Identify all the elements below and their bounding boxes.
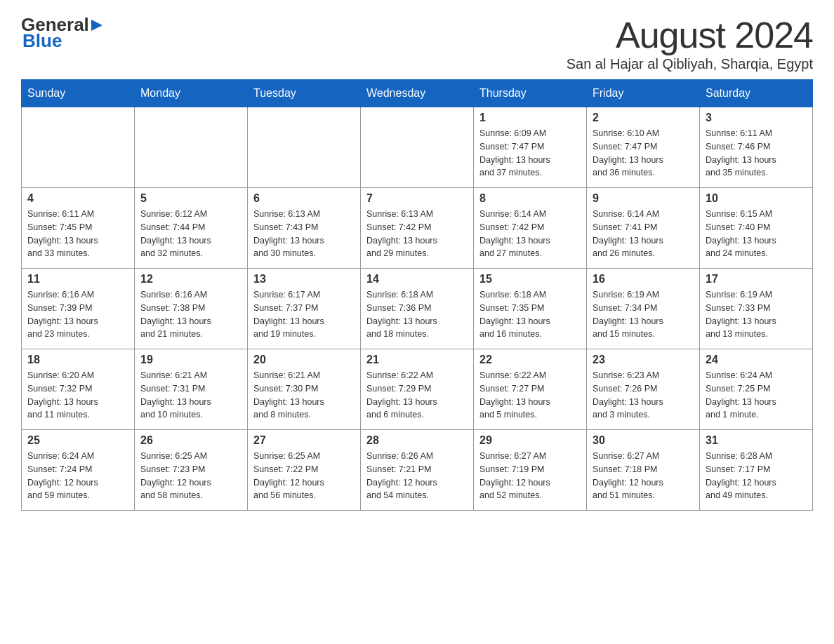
location-title: San al Hajar al Qibliyah, Sharqia, Egypt <box>567 56 813 72</box>
page-header: General Blue August 2024 San al Hajar al… <box>21 14 813 72</box>
calendar-cell: 24Sunrise: 6:24 AM Sunset: 7:25 PM Dayli… <box>700 349 813 430</box>
week-row-2: 4Sunrise: 6:11 AM Sunset: 7:45 PM Daylig… <box>22 188 813 269</box>
weekday-header-friday: Friday <box>587 80 700 107</box>
day-info: Sunrise: 6:14 AM Sunset: 7:42 PM Dayligh… <box>479 208 581 260</box>
day-number: 26 <box>140 434 241 447</box>
day-number: 8 <box>479 192 581 205</box>
day-number: 1 <box>479 112 581 124</box>
calendar-cell: 28Sunrise: 6:26 AM Sunset: 7:21 PM Dayli… <box>361 430 474 511</box>
day-number: 28 <box>366 434 468 447</box>
week-row-4: 18Sunrise: 6:20 AM Sunset: 7:32 PM Dayli… <box>22 349 813 430</box>
day-info: Sunrise: 6:12 AM Sunset: 7:44 PM Dayligh… <box>140 208 241 260</box>
calendar-cell: 12Sunrise: 6:16 AM Sunset: 7:38 PM Dayli… <box>135 269 248 349</box>
day-number: 21 <box>366 354 468 366</box>
calendar-cell: 14Sunrise: 6:18 AM Sunset: 7:36 PM Dayli… <box>361 269 474 349</box>
calendar-cell: 7Sunrise: 6:13 AM Sunset: 7:42 PM Daylig… <box>361 188 474 269</box>
week-row-3: 11Sunrise: 6:16 AM Sunset: 7:39 PM Dayli… <box>22 269 813 349</box>
weekday-header-sunday: Sunday <box>22 80 135 107</box>
day-info: Sunrise: 6:15 AM Sunset: 7:40 PM Dayligh… <box>706 208 807 260</box>
day-number: 18 <box>27 354 128 366</box>
day-number: 17 <box>706 273 807 286</box>
calendar-cell: 4Sunrise: 6:11 AM Sunset: 7:45 PM Daylig… <box>22 188 135 269</box>
calendar-cell: 11Sunrise: 6:16 AM Sunset: 7:39 PM Dayli… <box>22 269 135 349</box>
day-number: 27 <box>253 434 355 447</box>
calendar-cell: 15Sunrise: 6:18 AM Sunset: 7:35 PM Dayli… <box>474 269 587 349</box>
calendar-cell: 18Sunrise: 6:20 AM Sunset: 7:32 PM Dayli… <box>22 349 135 430</box>
calendar-cell: 22Sunrise: 6:22 AM Sunset: 7:27 PM Dayli… <box>474 349 587 430</box>
day-info: Sunrise: 6:13 AM Sunset: 7:43 PM Dayligh… <box>253 208 355 260</box>
weekday-header-row: SundayMondayTuesdayWednesdayThursdayFrid… <box>22 80 813 107</box>
calendar-cell <box>22 107 135 188</box>
logo: General Blue <box>21 14 105 52</box>
calendar-cell: 10Sunrise: 6:15 AM Sunset: 7:40 PM Dayli… <box>700 188 813 269</box>
calendar-cell: 3Sunrise: 6:11 AM Sunset: 7:46 PM Daylig… <box>700 107 813 188</box>
calendar-cell: 6Sunrise: 6:13 AM Sunset: 7:43 PM Daylig… <box>248 188 361 269</box>
calendar-cell <box>135 107 248 188</box>
day-info: Sunrise: 6:11 AM Sunset: 7:45 PM Dayligh… <box>27 208 128 260</box>
calendar-cell: 23Sunrise: 6:23 AM Sunset: 7:26 PM Dayli… <box>587 349 700 430</box>
day-info: Sunrise: 6:24 AM Sunset: 7:25 PM Dayligh… <box>706 369 807 422</box>
day-number: 5 <box>140 192 241 205</box>
svg-marker-0 <box>91 20 102 31</box>
weekday-header-wednesday: Wednesday <box>361 80 474 107</box>
week-row-1: 1Sunrise: 6:09 AM Sunset: 7:47 PM Daylig… <box>22 107 813 188</box>
day-number: 31 <box>706 434 807 447</box>
day-info: Sunrise: 6:18 AM Sunset: 7:35 PM Dayligh… <box>479 288 581 341</box>
day-info: Sunrise: 6:20 AM Sunset: 7:32 PM Dayligh… <box>27 369 128 422</box>
weekday-header-tuesday: Tuesday <box>248 80 361 107</box>
day-info: Sunrise: 6:28 AM Sunset: 7:17 PM Dayligh… <box>706 450 807 502</box>
day-number: 13 <box>253 273 355 286</box>
day-info: Sunrise: 6:19 AM Sunset: 7:34 PM Dayligh… <box>593 288 694 341</box>
calendar-cell: 31Sunrise: 6:28 AM Sunset: 7:17 PM Dayli… <box>700 430 813 511</box>
day-number: 19 <box>140 354 241 366</box>
calendar-cell: 2Sunrise: 6:10 AM Sunset: 7:47 PM Daylig… <box>587 107 700 188</box>
day-number: 23 <box>593 354 694 366</box>
day-number: 30 <box>593 434 694 447</box>
day-number: 14 <box>366 273 468 286</box>
calendar-cell: 29Sunrise: 6:27 AM Sunset: 7:19 PM Dayli… <box>474 430 587 511</box>
calendar-cell: 27Sunrise: 6:25 AM Sunset: 7:22 PM Dayli… <box>248 430 361 511</box>
day-number: 4 <box>27 192 128 205</box>
calendar-cell: 30Sunrise: 6:27 AM Sunset: 7:18 PM Dayli… <box>587 430 700 511</box>
day-info: Sunrise: 6:23 AM Sunset: 7:26 PM Dayligh… <box>593 369 694 422</box>
day-info: Sunrise: 6:19 AM Sunset: 7:33 PM Dayligh… <box>706 288 807 341</box>
calendar-cell: 16Sunrise: 6:19 AM Sunset: 7:34 PM Dayli… <box>587 269 700 349</box>
calendar-cell: 5Sunrise: 6:12 AM Sunset: 7:44 PM Daylig… <box>135 188 248 269</box>
day-info: Sunrise: 6:26 AM Sunset: 7:21 PM Dayligh… <box>366 450 468 502</box>
calendar-cell: 9Sunrise: 6:14 AM Sunset: 7:41 PM Daylig… <box>587 188 700 269</box>
day-number: 15 <box>479 273 581 286</box>
month-title: August 2024 <box>567 14 813 56</box>
calendar-cell: 25Sunrise: 6:24 AM Sunset: 7:24 PM Dayli… <box>22 430 135 511</box>
weekday-header-thursday: Thursday <box>474 80 587 107</box>
day-info: Sunrise: 6:14 AM Sunset: 7:41 PM Dayligh… <box>593 208 694 260</box>
day-info: Sunrise: 6:27 AM Sunset: 7:18 PM Dayligh… <box>593 450 694 502</box>
calendar-table: SundayMondayTuesdayWednesdayThursdayFrid… <box>21 79 813 511</box>
day-info: Sunrise: 6:17 AM Sunset: 7:37 PM Dayligh… <box>253 288 355 341</box>
day-number: 12 <box>140 273 241 286</box>
day-info: Sunrise: 6:18 AM Sunset: 7:36 PM Dayligh… <box>366 288 468 341</box>
weekday-header-saturday: Saturday <box>700 80 813 107</box>
calendar-cell: 26Sunrise: 6:25 AM Sunset: 7:23 PM Dayli… <box>135 430 248 511</box>
weekday-header-monday: Monday <box>135 80 248 107</box>
calendar-cell: 8Sunrise: 6:14 AM Sunset: 7:42 PM Daylig… <box>474 188 587 269</box>
day-number: 9 <box>593 192 694 205</box>
calendar-cell: 13Sunrise: 6:17 AM Sunset: 7:37 PM Dayli… <box>248 269 361 349</box>
day-number: 11 <box>27 273 128 286</box>
day-number: 16 <box>593 273 694 286</box>
week-row-5: 25Sunrise: 6:24 AM Sunset: 7:24 PM Dayli… <box>22 430 813 511</box>
day-number: 3 <box>706 112 807 124</box>
calendar-cell: 17Sunrise: 6:19 AM Sunset: 7:33 PM Dayli… <box>700 269 813 349</box>
day-info: Sunrise: 6:13 AM Sunset: 7:42 PM Dayligh… <box>366 208 468 260</box>
calendar-cell <box>248 107 361 188</box>
day-number: 10 <box>706 192 807 205</box>
day-number: 6 <box>253 192 355 205</box>
calendar-cell: 19Sunrise: 6:21 AM Sunset: 7:31 PM Dayli… <box>135 349 248 430</box>
day-number: 20 <box>253 354 355 366</box>
day-number: 24 <box>706 354 807 366</box>
day-info: Sunrise: 6:11 AM Sunset: 7:46 PM Dayligh… <box>706 127 807 180</box>
day-info: Sunrise: 6:25 AM Sunset: 7:22 PM Dayligh… <box>253 450 355 502</box>
day-info: Sunrise: 6:27 AM Sunset: 7:19 PM Dayligh… <box>479 450 581 502</box>
title-area: August 2024 San al Hajar al Qibliyah, Sh… <box>567 14 813 72</box>
day-number: 22 <box>479 354 581 366</box>
calendar-cell: 21Sunrise: 6:22 AM Sunset: 7:29 PM Dayli… <box>361 349 474 430</box>
